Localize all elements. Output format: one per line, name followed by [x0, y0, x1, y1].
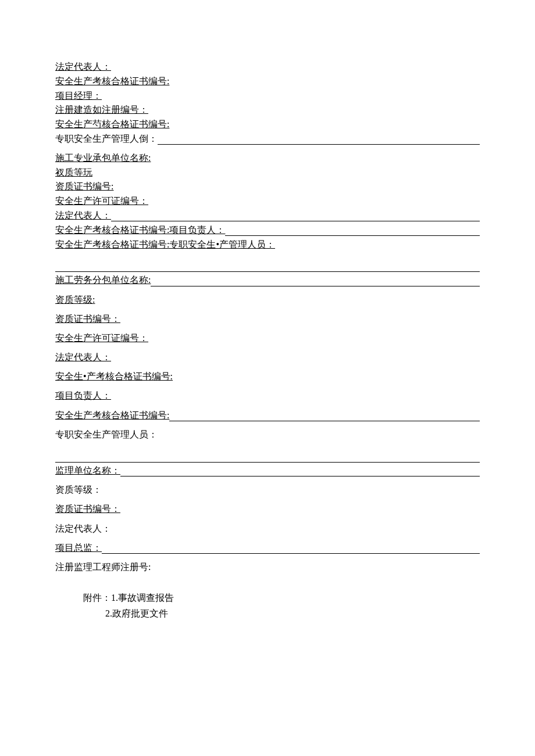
label-qual-level-3: 资质等级:: [55, 295, 95, 304]
attachments-prefix: 附件：: [83, 593, 111, 603]
label-project-manager: 项目经理：: [55, 91, 102, 101]
label-qual-cert-no-4: 资质证书编号：: [55, 504, 120, 514]
label-legal-rep: 法定代表人：: [55, 62, 111, 71]
label-supervision-name: 监理单位名称：: [55, 463, 120, 478]
label-labor-sub-name: 施工劳务分包单位名称:: [55, 272, 151, 288]
attachment-item-1: 1.事故调查报告: [111, 593, 174, 603]
section-2: 施工专业承包单位名称: 衩质等玩 资质证书编号: 安全生产许可证编号： 法定代表…: [55, 151, 480, 252]
label-proj-leader: 项目负责人：: [55, 390, 111, 400]
label-contractor-name: 施工专业承包单位名称:: [55, 153, 151, 163]
label-fulltime-safety-mgr: 专职安全生产管理人倒：: [55, 132, 158, 146]
rule-line: [111, 221, 480, 221]
label-safety-permit-no: 安全生产许可证编号：: [55, 196, 148, 206]
label-reg-constructor-no: 注册建造如注册编号：: [55, 105, 148, 114]
label-qual-cert-no-3: 资质证书编号：: [55, 314, 120, 324]
label-legal-rep-3: 法定代表人：: [55, 352, 111, 362]
label-safety-cert-pm: 安全生产考核合格证书编号:项目负责人：: [55, 223, 225, 238]
rule-line: [225, 235, 480, 236]
attachment-item-2: 2.政府批更文件: [105, 608, 168, 618]
label-qual-level: 衩质等玩: [55, 167, 92, 177]
label-fulltime-safety-mgr-3: 专职安全生产管理人员：: [55, 429, 158, 439]
label-safety-assess-cert-no-3: 安全生•产考核合格证书编号:: [55, 371, 173, 381]
rule-line: [102, 553, 480, 554]
label-legal-rep-4: 法定代表人：: [55, 524, 111, 533]
label-safety-cert-no2: 安全生产考核合格证书编号:: [55, 407, 169, 423]
rule-line: [169, 421, 480, 421]
label-proj-chief: 项目总监：: [55, 540, 102, 556]
label-qual-level-4: 资质等级：: [55, 485, 102, 495]
rule-line: [120, 476, 480, 476]
rule-line: [151, 286, 480, 286]
label-safety-permit-no-3: 安全生产许可证编号：: [55, 333, 148, 343]
label-safety-assess-cert-no: 安全生产芍核合格证书编号:: [55, 119, 169, 129]
section-3: 施工劳务分包单位名称: 资质等级: 资质证书编号： 安全生产许可证编号： 法定代…: [55, 271, 480, 442]
attachments: 附件：1.事故调查报告 2.政府批更文件: [55, 590, 480, 621]
section-1: 法定代表人： 安全生产考核合格证书编号: 项目经理： 注册建造如注册编号： 安全…: [55, 60, 480, 146]
label-qual-cert-no: 资质证书编号:: [55, 181, 113, 191]
rule-line: [158, 144, 480, 145]
label-safety-cert-no: 安全生产考核合格证书编号:: [55, 76, 169, 86]
label-reg-supervisor-no: 注册监理工程师注册号:: [55, 562, 151, 572]
label-safety-cert-staff: 安全生产考核合格证书编号:专职安全生•产管理人员：: [55, 239, 275, 249]
section-4: 监理单位名称： 资质等级： 资质证书编号： 法定代表人： 项目总监： 注册监理工…: [55, 462, 480, 575]
label-legal-rep-2: 法定代表人：: [55, 209, 111, 223]
